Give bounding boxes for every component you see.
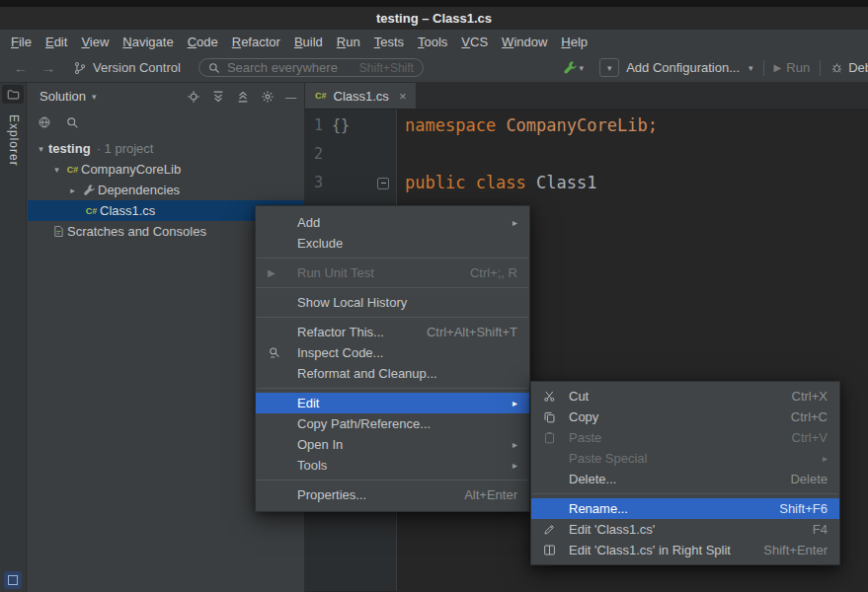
menu-item-properties[interactable]: Properties... Alt+Enter [256,484,529,505]
menu-edit[interactable]: Edit [39,32,74,52]
wrench-tool-icon[interactable] [563,60,578,75]
namespace-identifier: CompanyCoreLib; [506,111,658,140]
menu-tests[interactable]: Tests [367,32,411,52]
submenu-item-paste[interactable]: Paste Ctrl+V [531,427,839,448]
tree-row-project[interactable]: ▾ C# CompanyCoreLib [28,159,304,180]
locate-file-icon[interactable] [187,90,200,104]
chevron-down-icon[interactable]: ▾ [34,144,48,154]
submenu-item-paste-special[interactable]: Paste Special ▸ [531,448,839,469]
run-label: Run [786,60,810,75]
csharp-project-icon: C# [64,165,81,175]
gutter-line-2: 2 [305,140,396,169]
menu-build[interactable]: Build [287,32,330,52]
menu-separator [257,480,528,481]
solution-panel-header: Solution ▾ [28,83,304,110]
menu-separator [257,287,528,288]
tree-row-solution-root[interactable]: ▾ testing · 1 project [28,138,304,159]
line-number[interactable]: 2 [314,140,323,169]
fold-marker-icon[interactable] [377,178,389,189]
menu-item-copy-path-reference[interactable]: Copy Path/Reference... [256,413,529,434]
collapse-all-icon[interactable] [236,90,250,104]
close-tab-icon[interactable]: × [399,89,407,104]
menu-vcs[interactable]: VCS [454,32,495,52]
copy-icon [543,410,563,423]
menu-view[interactable]: View [74,32,116,52]
forward-button[interactable]: → [41,60,55,76]
code-line-3: public class Class1 [397,169,868,197]
menu-help[interactable]: Help [554,32,594,52]
menu-refactor[interactable]: Refactor [225,32,287,52]
find-in-panel-icon[interactable] [66,116,79,129]
menu-item-label: Copy [569,409,598,424]
menu-tools[interactable]: Tools [411,32,454,52]
solution-view-selector[interactable]: Solution [39,89,86,104]
menu-item-label: Refactor This... [297,325,384,339]
search-everywhere[interactable]: Search everywhere Shift+Shift [198,58,424,77]
submenu-arrow-icon: ▸ [513,460,517,471]
pencil-icon [543,523,563,536]
menu-item-add[interactable]: Add ▸ [256,212,529,233]
run-configuration-combo[interactable]: ▾ Add Configuration... ▾ [599,58,752,77]
menu-window[interactable]: Window [495,32,554,52]
tree-row-dependencies[interactable]: ▸ Dependencies [28,180,304,200]
scissors-icon [543,390,563,403]
submenu-item-edit-right-split[interactable]: Edit 'Class1.cs' in Right Split Shift+En… [531,540,839,560]
scratches-icon [49,225,67,238]
menu-run[interactable]: Run [330,32,367,52]
menu-item-reformat-and-cleanup[interactable]: Reformat and Cleanup... [256,363,529,384]
solution-caret-icon[interactable]: ▾ [92,92,97,102]
bottom-tool-window-icon[interactable] [4,571,22,589]
submenu-item-copy[interactable]: Copy Ctrl+C [531,407,839,427]
search-shortcut-hint: Shift+Shift [359,61,414,75]
menu-navigate[interactable]: Navigate [116,32,180,52]
menu-item-label: Rename... [569,501,628,516]
globe-icon[interactable] [38,115,51,129]
wrench-dropdown-caret-icon[interactable]: ▾ [580,63,585,73]
submenu-item-rename[interactable]: Rename... Shift+F6 [531,498,839,519]
paste-icon [543,431,563,444]
menu-item-exclude[interactable]: Exclude [256,233,529,254]
version-control-widget[interactable]: Version Control [73,60,181,75]
menu-separator [257,388,528,389]
menubar: File Edit View Navigate Code Refactor Bu… [0,30,868,53]
sidebar-tab-explorer[interactable]: Explorer [0,109,27,173]
menu-item-open-in[interactable]: Open In ▸ [256,434,529,455]
expand-all-icon[interactable] [211,90,225,104]
debug-button[interactable]: Deb [830,60,868,75]
submenu-item-cut[interactable]: Cut Ctrl+X [531,386,839,407]
chevron-down-icon[interactable]: ▾ [49,165,64,175]
menu-item-show-local-history[interactable]: Show Local History [256,292,529,313]
configuration-chevron-icon[interactable]: ▾ [599,58,619,77]
menu-file[interactable]: File [4,32,39,52]
back-button[interactable]: ← [14,60,28,76]
menu-item-edit[interactable]: Edit ▸ [256,393,529,413]
solution-root-label: testing [48,141,91,156]
menu-item-label: Delete... [569,472,616,486]
submenu-item-edit-file[interactable]: Edit 'Class1.cs' F4 [531,519,839,540]
submenu-item-delete[interactable]: Delete... Delete [531,469,839,489]
menu-item-run-unit-test[interactable]: ▶ Run Unit Test Ctrl+;, R [256,262,529,283]
menu-item-tools[interactable]: Tools ▸ [256,455,529,476]
class1-file-label: Class1.cs [100,203,155,218]
tab-class1[interactable]: C# Class1.cs × [305,83,416,109]
gear-icon[interactable] [261,90,275,104]
menu-item-label: Paste [569,430,601,445]
wrench-icon [80,184,98,196]
chevron-right-icon[interactable]: ▸ [65,185,80,195]
menu-item-label: Edit 'Class1.cs' [569,522,655,537]
csharp-tab-icon: C# [315,91,327,101]
menu-shortcut: Alt+Enter [436,487,517,502]
menu-code[interactable]: Code [181,32,225,52]
titlebar[interactable]: testing – Class1.cs [0,7,868,30]
tool-window-icon[interactable] [2,85,24,104]
run-button[interactable]: ▶ Run [774,60,811,75]
line-number[interactable]: 3 [314,169,323,197]
debug-label: Deb [848,60,868,75]
braces-icon[interactable]: {} [332,111,350,140]
hide-panel-icon[interactable]: — [285,91,296,103]
tool-window-stripe: Explorer [0,83,27,592]
line-number[interactable]: 1 [314,111,323,140]
submenu-arrow-icon: ▸ [513,398,517,408]
menu-item-inspect-code[interactable]: Inspect Code... [256,342,529,363]
menu-item-refactor-this[interactable]: Refactor This... Ctrl+Alt+Shift+T [256,322,529,342]
